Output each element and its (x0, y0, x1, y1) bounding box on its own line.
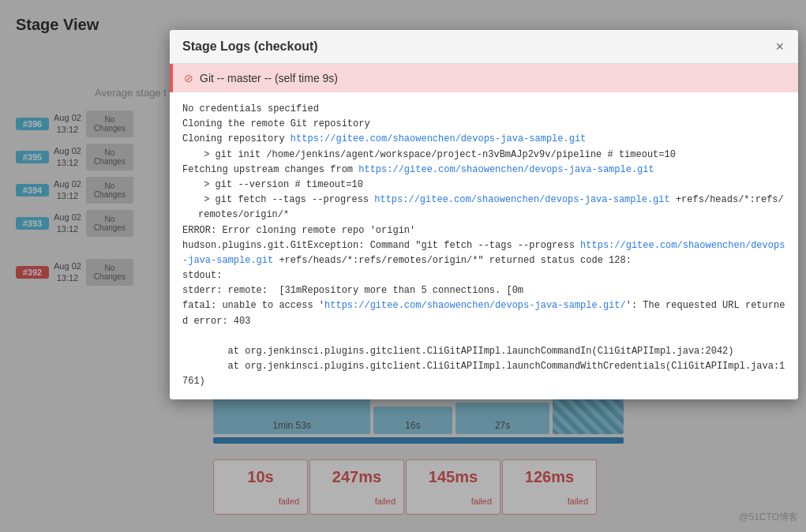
modal-title: Stage Logs (checkout) (182, 39, 318, 54)
fetch-upstream-link[interactable]: https://gitee.com/shaowenchen/devops-jav… (358, 164, 654, 175)
log-line-14: at org.jenkinsci.plugins.gitclient.CliGi… (182, 359, 785, 389)
log-line-5: Fetching upstream changes from https://g… (182, 163, 785, 178)
modal-close-button[interactable]: × (774, 39, 785, 54)
log-line-2: Cloning the remote Git repository (182, 117, 785, 132)
log-line-10: stdout: (182, 268, 785, 283)
exception-link[interactable]: https://gitee.com/shaowenchen/devops-jav… (182, 240, 785, 266)
fatal-link[interactable]: https://gitee.com/shaowenchen/devops-jav… (324, 300, 626, 311)
log-line-12: fatal: unable to access 'https://gitee.c… (182, 298, 785, 328)
log-line-6: > git --version # timeout=10 (182, 178, 785, 193)
stage-logs-modal: Stage Logs (checkout) × ⊘ Git -- master … (170, 30, 798, 399)
stage-header-text: Git -- master -- (self time 9s) (200, 72, 338, 84)
log-line-13: at org.jenkinsci.plugins.gitclient.CliGi… (182, 344, 785, 359)
log-line-4: > git init /home/jenkins/agent/workspace… (182, 148, 785, 163)
log-line-1: No credentials specified (182, 102, 785, 117)
log-content: No credentials specified Cloning the rem… (170, 92, 798, 399)
stage-header-bar: ⊘ Git -- master -- (self time 9s) (170, 64, 798, 92)
log-line-3: Cloning repository https://gitee.com/sha… (182, 132, 785, 147)
log-line-8: ERROR: Error cloning remote repo 'origin… (182, 223, 785, 238)
log-line-9: hudson.plugins.git.GitException: Command… (182, 238, 785, 268)
log-line-7: > git fetch --tags --progress https://gi… (182, 193, 785, 223)
log-line-blank (182, 329, 785, 344)
modal-body[interactable]: ⊘ Git -- master -- (self time 9s) No cre… (170, 64, 798, 399)
git-icon: ⊘ (184, 72, 193, 84)
git-fetch-link[interactable]: https://gitee.com/shaowenchen/devops-jav… (374, 194, 669, 205)
modal-header: Stage Logs (checkout) × (170, 30, 798, 64)
clone-repo-link[interactable]: https://gitee.com/shaowenchen/devops-jav… (291, 133, 586, 144)
log-line-11: stderr: remote: [31mRepository more than… (182, 283, 785, 298)
